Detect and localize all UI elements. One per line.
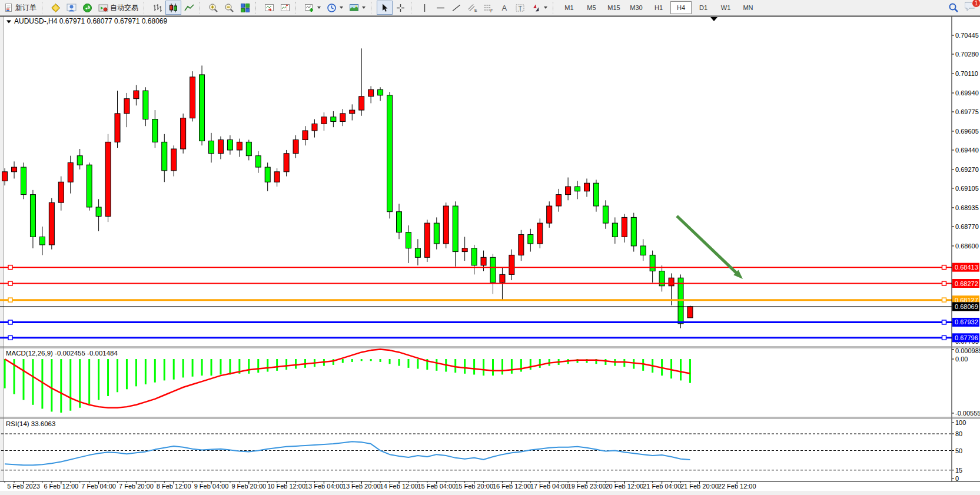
svg-text:0.68069: 0.68069	[955, 303, 978, 310]
macd-tick-label: 0.000989	[955, 347, 980, 354]
time-axis-label: 9 Feb 04:00	[194, 483, 229, 490]
price-tick-label: 0.69440	[955, 147, 979, 154]
new-order-button[interactable]: 新订单	[1, 1, 39, 15]
toolbar-separator	[42, 2, 46, 14]
line-handle[interactable]	[8, 335, 12, 340]
auto-trading-button[interactable]: 自动交易	[95, 1, 141, 15]
tile-windows-button[interactable]	[237, 1, 253, 15]
price-line-label-0.68069: 0.68069	[952, 302, 979, 311]
signals-icon	[82, 3, 92, 13]
timeframe-m15[interactable]: M15	[603, 1, 624, 14]
chart-shift-icon	[280, 3, 290, 13]
line-handle[interactable]	[8, 298, 12, 302]
market-watch-button[interactable]	[48, 1, 64, 15]
auto-trading-label: 自动交易	[110, 3, 138, 13]
line-handle[interactable]	[942, 298, 946, 302]
price-tick-label: 0.68935	[955, 204, 979, 211]
toolbar-separator	[371, 2, 375, 14]
arrows-button[interactable]	[528, 1, 550, 15]
fibonacci-icon: F	[483, 3, 493, 13]
line-handle[interactable]	[942, 265, 946, 270]
indicators-button[interactable]	[301, 1, 324, 15]
bar-chart-button[interactable]	[150, 1, 165, 15]
signals-button[interactable]	[79, 1, 95, 15]
time-axis-label: 20 Feb 12:00	[605, 483, 643, 490]
time-axis-label: 7 Feb 04:00	[81, 483, 116, 490]
line-handle[interactable]	[8, 320, 12, 324]
bar-chart-icon	[152, 3, 162, 13]
tile-windows-icon	[240, 3, 250, 13]
templates-icon	[349, 3, 359, 13]
crosshair-button[interactable]	[393, 1, 408, 15]
svg-text:0.68413: 0.68413	[955, 264, 978, 271]
line-chart-button[interactable]	[181, 1, 197, 15]
auto-scroll-button[interactable]	[261, 1, 277, 15]
svg-text:F: F	[490, 8, 493, 12]
timeframe-m30[interactable]: M30	[626, 1, 647, 14]
auto-scroll-icon	[264, 3, 274, 13]
price-tick-label: 0.69270	[955, 166, 979, 173]
time-axis-label: 13 Feb 04:00	[305, 483, 343, 490]
time-axis-label: 10 Feb 12:00	[267, 483, 305, 490]
zoom-out-button[interactable]	[221, 1, 237, 15]
chat-button[interactable]: 1	[965, 1, 976, 14]
timeframe-w1[interactable]: W1	[715, 1, 736, 14]
candlestick-chart-button[interactable]	[165, 1, 181, 15]
price-line-label-0.67932: 0.67932	[952, 318, 979, 327]
line-chart-icon	[184, 3, 194, 13]
toolbar-separator	[553, 2, 557, 14]
periods-button[interactable]	[324, 1, 346, 15]
text-icon: A	[499, 3, 509, 13]
new-order-icon	[4, 3, 14, 12]
time-axis-label: 21 Feb 04:00	[643, 483, 681, 490]
periods-icon	[327, 3, 337, 13]
macd-tick-label: -0.005554	[955, 410, 980, 417]
rsi-label: RSI(14) 33.6063	[6, 420, 55, 427]
timeframe-h1[interactable]: H1	[648, 1, 669, 14]
time-axis-label: 7 Feb 20:00	[119, 483, 154, 490]
trendline-icon	[451, 3, 461, 13]
line-handle[interactable]	[942, 335, 946, 340]
crosshair-icon	[396, 3, 406, 13]
text-label-button[interactable]: T	[512, 1, 528, 15]
time-axis-label: 17 Feb 04:00	[530, 483, 569, 490]
templates-button[interactable]	[346, 1, 368, 15]
timeframe-mn[interactable]: MN	[738, 1, 759, 14]
new-order-label: 新订单	[15, 3, 36, 13]
auto-trading-icon	[98, 3, 108, 13]
price-line-label-0.67796: 0.67796	[952, 333, 979, 342]
dropdown-caret	[340, 6, 343, 9]
arrows-icon	[531, 3, 541, 13]
svg-text:0.67932: 0.67932	[955, 318, 978, 325]
rsi-tick-label: 15	[955, 467, 962, 474]
timeframe-group: M1M5M15M30H1H4D1W1MN	[559, 1, 759, 14]
timeframe-d1[interactable]: D1	[693, 1, 714, 14]
equidistant-channel-button[interactable]: E	[464, 1, 480, 15]
line-handle[interactable]	[942, 281, 946, 285]
time-axis-label: 8 Feb 12:00	[157, 483, 191, 490]
chart-shift-button[interactable]	[277, 1, 293, 15]
cursor-button[interactable]	[377, 1, 393, 15]
chart-canvas[interactable]: 0.704450.702800.701100.699400.697750.696…	[0, 0, 980, 495]
fibonacci-button[interactable]: F	[480, 1, 496, 15]
price-tick-label: 0.69105	[955, 185, 979, 192]
zoom-in-button[interactable]	[205, 1, 221, 15]
horizontal-line-button[interactable]	[433, 1, 449, 15]
line-handle[interactable]	[942, 320, 946, 324]
trendline-button[interactable]	[449, 1, 464, 15]
price-tick-label: 0.68600	[955, 242, 979, 250]
timeframe-h4[interactable]: H4	[670, 1, 692, 14]
line-handle[interactable]	[8, 265, 12, 270]
svg-text:A: A	[502, 4, 507, 12]
profile-button[interactable]	[64, 1, 79, 15]
search-icon[interactable]	[948, 2, 959, 13]
time-axis-label: 15 Feb 04:00	[417, 483, 456, 490]
timeframe-m5[interactable]: M5	[581, 1, 602, 14]
vertical-line-button[interactable]	[417, 1, 433, 15]
text-button[interactable]: A	[496, 1, 512, 15]
price-tick-label: 0.69940	[955, 89, 979, 97]
line-handle[interactable]	[8, 281, 12, 285]
zoom-in-icon	[208, 3, 218, 13]
timeframe-m1[interactable]: M1	[559, 1, 580, 14]
horizontal-line-icon	[436, 3, 446, 13]
